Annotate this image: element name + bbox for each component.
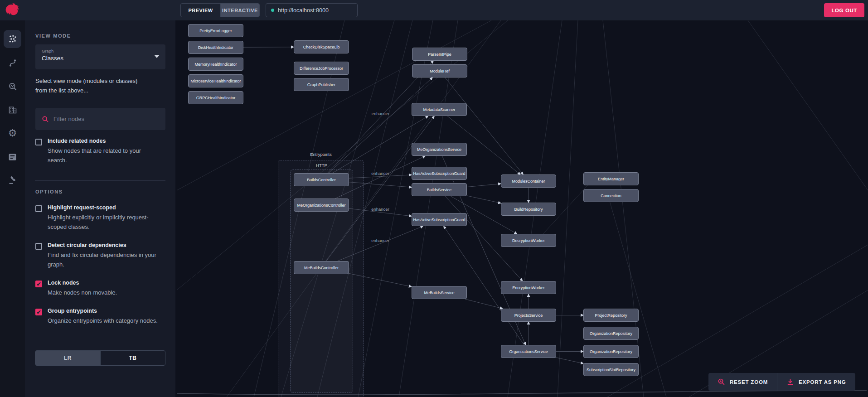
svg-text:enhancer: enhancer [371, 207, 389, 212]
graph-node-label: MeBuildsService [424, 290, 454, 295]
zoom-reset-icon [718, 378, 725, 386]
graph-node-label: GraphPublisher [307, 82, 336, 87]
graph-select[interactable]: Graph Classes [35, 44, 165, 69]
graph-node[interactable]: MeOrganizationsService [412, 143, 467, 156]
graph-node[interactable]: HasActiveSubscriptionGuard [412, 167, 467, 180]
url-text: http://localhost:8000 [278, 7, 329, 14]
graph-node[interactable]: MemoryHealthIndicator [188, 58, 243, 71]
filter-nodes-box [35, 108, 165, 130]
graph-canvas[interactable]: EntrypointsHTTP enhancerenhancerenhancer… [175, 20, 868, 397]
graph-node[interactable]: BuildRepository [501, 203, 556, 216]
nestjs-logo-icon [4, 2, 21, 19]
view-mode-heading: VIEW MODE [35, 33, 71, 39]
sidebar-divider [35, 180, 165, 181]
graph-node[interactable]: MeBuildsService [412, 286, 467, 299]
graph-node[interactable]: ProjectRepository [583, 309, 639, 322]
graph-node[interactable]: MicroserviceHealthIndicator [188, 74, 243, 87]
graph-node[interactable]: DiskHealthIndicator [188, 41, 243, 54]
direction-tb-button[interactable]: TB [100, 351, 165, 365]
graph-node-label: HasActiveSubscriptionGuard [413, 171, 465, 176]
graph-node-label: ModuleRef [430, 69, 450, 73]
graph-node[interactable]: OrganizationsService [501, 345, 556, 358]
graph-node[interactable]: OrganizationRepository [583, 345, 639, 358]
graph-node-label: GRPCHealthIndicator [196, 96, 236, 100]
svg-text:enhancer: enhancer [372, 111, 390, 116]
graph-node[interactable]: GRPCHealthIndicator [188, 91, 243, 104]
icon-rail: ⚙ [0, 20, 25, 397]
interactive-tab[interactable]: INTERACTIVE [221, 4, 259, 17]
graph-node-label: CheckDiskSpaceLib [303, 45, 340, 49]
top-bar: PREVIEW INTERACTIVE http://localhost:800… [0, 0, 868, 20]
reset-zoom-button[interactable]: RESET ZOOM [708, 373, 777, 391]
option-description: Highlight explicitly or implicitly reque… [48, 213, 162, 232]
graph-node[interactable]: MetadataScanner [412, 103, 467, 116]
graph-node-label: DiskHealthIndicator [198, 45, 233, 50]
highlight-request-scoped-checkbox[interactable]: ✔ [35, 205, 42, 212]
canvas-controls: RESET ZOOM EXPORT AS PNG [708, 373, 855, 391]
graph-node[interactable]: OrganizationRepository [583, 327, 639, 340]
graph-node-label: BuildRepository [514, 207, 543, 212]
sidebar-item-docs[interactable] [4, 148, 21, 166]
download-icon [786, 378, 794, 386]
graph-node-label: ParseIntPipe [428, 52, 451, 57]
view-mode-help-text: Select view mode (modules or classes) fr… [35, 76, 150, 95]
graph-node[interactable]: PrettyErrorLogger [188, 24, 243, 37]
graph-node[interactable]: DecryptionWorker [501, 234, 556, 247]
include-related-description: Show nodes that are related to your sear… [48, 146, 162, 165]
graph-node[interactable]: HasActiveSubscriptionGuard [412, 213, 467, 226]
preview-tab[interactable]: PREVIEW [181, 4, 221, 17]
graph-node[interactable]: MeBuildsController [294, 261, 349, 274]
graph-node-label: EncryptionWorker [512, 286, 544, 290]
layout-direction-toggle: LR TB [35, 350, 165, 366]
graph-node[interactable]: ModulesContainer [501, 174, 556, 188]
include-related-checkbox[interactable]: ✔ [35, 139, 42, 145]
graph-node[interactable]: EntityManager [583, 172, 639, 185]
left-panel: VIEW MODE Graph Classes Select view mode… [25, 20, 175, 397]
sidebar-item-audit[interactable] [4, 171, 21, 189]
graph-node[interactable]: MeOrganizationsController [294, 198, 349, 212]
graph-node[interactable]: DifferenceJobProcessor [294, 62, 349, 75]
sidebar-item-routes[interactable] [4, 54, 21, 72]
building-icon [8, 105, 17, 114]
option-description: Organize entrypoints with category nodes… [48, 316, 162, 325]
route-icon [8, 58, 17, 68]
graph-node-label: PrettyErrorLogger [199, 29, 232, 33]
group-entrypoints-checkbox[interactable]: ✔ [35, 309, 42, 315]
graph-node-label: MeOrganizationsController [297, 203, 345, 208]
lock-nodes-checkbox[interactable]: ✔ [35, 281, 42, 287]
direction-lr-button[interactable]: LR [35, 351, 100, 365]
graph-node[interactable]: EncryptionWorker [501, 281, 556, 294]
graph-node[interactable]: GraphPublisher [294, 78, 349, 91]
graph-node[interactable]: ParseIntPipe [412, 48, 467, 61]
option-title: Highlight request-scoped [48, 204, 162, 212]
graph-node-label: EntityManager [598, 177, 624, 181]
graph-node[interactable]: CheckDiskSpaceLib [294, 40, 349, 53]
url-input[interactable]: http://localhost:8000 [266, 3, 358, 17]
graph-node[interactable]: Connection [583, 189, 639, 202]
graph-node[interactable]: ModuleRef [412, 64, 467, 77]
option-title: Lock nodes [48, 279, 162, 287]
graph-node[interactable]: SubscriptionSlotRepository [583, 363, 639, 376]
graph-node-label: ProjectRepository [595, 313, 627, 318]
graph-node[interactable]: ProjectsService [501, 309, 556, 322]
graph-select-label: Graph [42, 48, 159, 53]
sidebar-item-settings[interactable]: ⚙ [4, 124, 21, 142]
sidebar-item-organizations[interactable] [4, 101, 21, 119]
filter-nodes-input[interactable] [53, 116, 153, 122]
logout-button[interactable]: LOG OUT [824, 3, 864, 17]
sidebar-item-graph[interactable] [4, 30, 21, 48]
status-dot-icon [271, 9, 274, 12]
graph-node-label: Connection [601, 194, 621, 198]
export-png-button[interactable]: EXPORT AS PNG [777, 373, 855, 391]
option-description: Find and fix circular dependencies in yo… [48, 250, 162, 269]
option-title: Detect circular dependencies [48, 242, 162, 249]
sidebar-item-inspect[interactable] [4, 77, 21, 96]
graph-node-label: ModulesContainer [512, 179, 545, 184]
graph-node[interactable]: BuildsService [412, 183, 467, 196]
article-icon [8, 153, 17, 161]
graph-node-label: MeOrganizationsService [417, 147, 461, 152]
options-heading: OPTIONS [35, 189, 63, 194]
include-related-title: Include related nodes [48, 137, 162, 145]
detect-circular-checkbox[interactable]: ✔ [35, 243, 42, 250]
graph-node[interactable]: BuildsController [294, 173, 349, 186]
